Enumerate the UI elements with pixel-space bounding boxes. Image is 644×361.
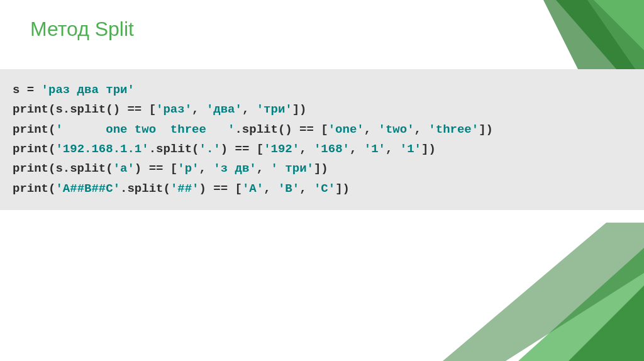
code-kw-6a: print( [13, 182, 55, 196]
code-str-3b: 'one' [328, 123, 364, 136]
code-kw-5a: print(s.split( [13, 162, 113, 175]
code-str-2b: 'два' [206, 103, 242, 116]
code-kw-2: print(s.split() == [ [13, 103, 156, 116]
code-kw-4f: , [386, 142, 400, 156]
code-kw-6c: ) == [ [199, 182, 242, 196]
code-str-2a: 'раз' [156, 103, 192, 116]
code-line-2: print(s.split() == ['раз', 'два', 'три']… [13, 100, 631, 119]
code-str-1: 'раз два три' [42, 83, 135, 97]
code-kw-2c: , [242, 103, 257, 116]
code-str-3a: ' one two three ' [55, 123, 235, 136]
code-kw-4c: ) == [ [221, 142, 264, 156]
code-kw-5d: , [257, 162, 271, 175]
code-str-2c: 'три' [257, 103, 292, 116]
code-str-3c: 'two' [379, 123, 414, 136]
code-kw-4e: , [350, 142, 364, 156]
code-kw-6f: ]) [335, 182, 350, 196]
svg-marker-1 [594, 0, 644, 50]
deco-bottom-right [443, 223, 644, 361]
code-str-4b: '.' [199, 142, 220, 156]
code-line-1: s = 'раз два три' [13, 81, 631, 100]
code-kw-1: s = [13, 83, 42, 97]
code-line-4: print('192.168.1.1'.split('.') == ['192'… [13, 140, 631, 159]
code-line-3: print(' one two three '.split() == ['one… [13, 120, 631, 140]
code-kw-6e: , [299, 182, 314, 196]
code-kw-4a: print( [13, 142, 55, 156]
code-str-4a: '192.168.1.1' [55, 142, 148, 156]
code-kw-3b: .split() == [ [235, 123, 328, 136]
code-line-5: print(s.split('а') == ['р', 'з дв', ' тр… [13, 159, 631, 179]
code-str-6d: 'B' [278, 182, 299, 196]
svg-marker-4 [569, 286, 644, 361]
code-str-6c: 'A' [242, 182, 264, 196]
code-str-3d: 'three' [428, 123, 479, 136]
code-str-6b: '##' [170, 182, 199, 196]
code-kw-3a: print( [13, 123, 55, 136]
code-str-4d: '168' [314, 142, 350, 156]
code-kw-3e: ]) [479, 123, 493, 136]
code-kw-5c: , [199, 162, 214, 175]
code-str-5d: ' три' [271, 162, 314, 175]
code-kw-4g: ]) [421, 142, 436, 156]
code-str-4e: '1' [364, 142, 386, 156]
code-kw-4b: .split( [149, 142, 199, 156]
code-kw-4d: , [299, 142, 314, 156]
code-str-4c: '192' [264, 142, 299, 156]
code-kw-5b: ) == [ [135, 162, 177, 175]
code-str-5b: 'р' [177, 162, 199, 175]
code-str-6a: 'A##B##C' [55, 182, 120, 196]
svg-marker-3 [518, 248, 644, 361]
code-kw-6d: , [264, 182, 278, 196]
code-kw-5e: ]) [314, 162, 328, 175]
code-kw-3d: , [414, 123, 429, 136]
page-title: Метод Split [30, 18, 134, 41]
code-block: s = 'раз два три' print(s.split() == ['р… [0, 69, 644, 210]
code-str-6e: 'C' [314, 182, 335, 196]
code-line-6: print('A##B##C'.split('##') == ['A', 'B'… [13, 179, 631, 199]
code-str-5a: 'а' [113, 162, 135, 175]
code-kw-6b: .split( [120, 182, 170, 196]
code-kw-3c: , [364, 123, 379, 136]
code-str-4f: '1' [400, 142, 421, 156]
svg-marker-5 [443, 223, 644, 361]
code-kw-2b: , [192, 103, 206, 116]
code-str-5c: 'з дв' [213, 162, 256, 175]
code-kw-2d: ]) [292, 103, 307, 116]
